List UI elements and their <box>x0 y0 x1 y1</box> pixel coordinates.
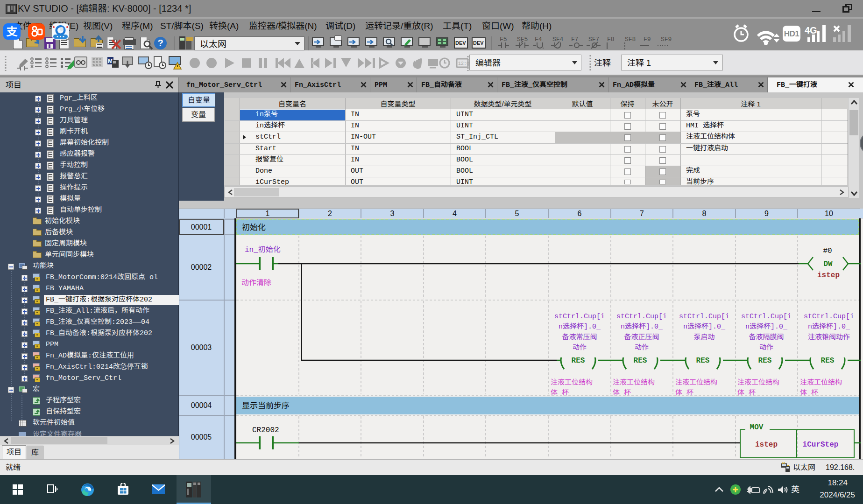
svg-text:12:0: 12:0 <box>458 61 469 66</box>
svg-text:HD1: HD1 <box>784 29 799 38</box>
svg-text:4G: 4G <box>805 25 817 35</box>
svg-text:M: M <box>108 58 113 64</box>
